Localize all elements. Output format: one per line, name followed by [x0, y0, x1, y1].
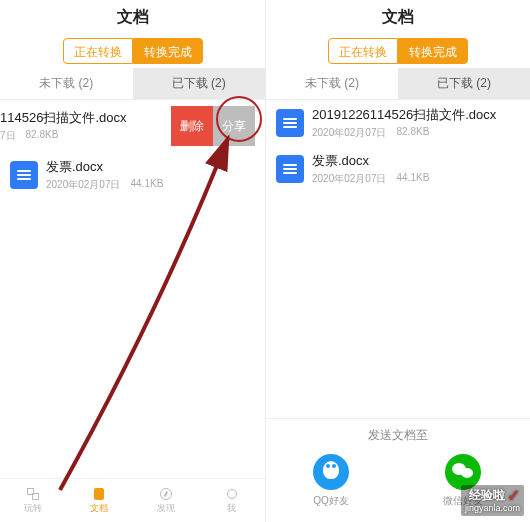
doc-icon	[276, 155, 304, 183]
screen-right: 文档 正在转换 转换完成 未下载 (2) 已下载 (2) 20191226114…	[265, 0, 530, 522]
doc-icon	[276, 109, 304, 137]
file-name: 114526扫描文件.docx	[0, 109, 171, 127]
share-button[interactable]: 分享	[213, 106, 255, 146]
file-list: 114526扫描文件.docx 7日 82.8KB 删除 分享 发票.docx	[0, 100, 265, 478]
list-item[interactable]: 发票.docx 2020年02月07日 44.1KB	[0, 152, 265, 198]
watermark-domain: jingyanla.com	[465, 504, 520, 514]
list-item[interactable]: 114526扫描文件.docx 7日 82.8KB 删除 分享	[0, 100, 265, 152]
share-qq[interactable]: QQ好友	[313, 454, 349, 508]
file-name: 20191226114526扫描文件.docx	[312, 106, 520, 124]
swipe-actions: 删除 分享	[171, 106, 255, 146]
file-size: 44.1KB	[131, 178, 164, 192]
file-size: 82.8KB	[26, 129, 59, 143]
page-title: 文档	[0, 0, 265, 34]
qq-icon	[313, 454, 349, 490]
download-tabs: 未下载 (2) 已下载 (2)	[0, 68, 265, 100]
file-date: 7日	[0, 129, 16, 143]
watermark: 经验啦 ✓ jingyanla.com	[461, 485, 524, 516]
file-size: 44.1KB	[397, 172, 430, 186]
file-date: 2020年02月07日	[312, 172, 387, 186]
nav-label: 文档	[90, 502, 108, 515]
squares-icon	[26, 487, 40, 501]
tab-downloaded[interactable]: 已下载 (2)	[398, 68, 530, 99]
file-list: 20191226114526扫描文件.docx 2020年02月07日 82.8…	[266, 100, 530, 418]
seg-converting[interactable]: 正在转换	[328, 38, 398, 64]
tab-not-downloaded[interactable]: 未下载 (2)	[266, 68, 398, 99]
screen-left: 文档 正在转换 转换完成 未下载 (2) 已下载 (2) 114526扫描文件.…	[0, 0, 265, 522]
segmented-control: 正在转换 转换完成	[266, 34, 530, 68]
segmented-control: 正在转换 转换完成	[0, 34, 265, 68]
page-title: 文档	[266, 0, 530, 34]
nav-label: 我	[227, 502, 236, 515]
nav-label: 玩转	[24, 502, 42, 515]
doc-icon	[10, 161, 38, 189]
nav-discover[interactable]: 发现	[133, 479, 199, 522]
file-name: 发票.docx	[312, 152, 520, 170]
tab-downloaded[interactable]: 已下载 (2)	[133, 68, 266, 99]
bottom-nav: 玩转 文档 发现 我	[0, 478, 265, 522]
file-date: 2020年02月07日	[312, 126, 387, 140]
seg-done[interactable]: 转换完成	[133, 38, 203, 64]
nav-me[interactable]: 我	[199, 479, 265, 522]
nav-doc[interactable]: 文档	[66, 479, 132, 522]
seg-converting[interactable]: 正在转换	[63, 38, 133, 64]
download-tabs: 未下载 (2) 已下载 (2)	[266, 68, 530, 100]
delete-button[interactable]: 删除	[171, 106, 213, 146]
share-label: QQ好友	[313, 494, 349, 508]
watermark-brand: 经验啦	[469, 489, 505, 502]
nav-play[interactable]: 玩转	[0, 479, 66, 522]
list-item[interactable]: 发票.docx 2020年02月07日 44.1KB	[266, 146, 530, 192]
doc-icon	[92, 487, 106, 501]
compass-icon	[159, 487, 173, 501]
check-icon: ✓	[507, 487, 520, 505]
sheet-title: 发送文档至	[266, 427, 530, 444]
nav-label: 发现	[157, 502, 175, 515]
list-item[interactable]: 20191226114526扫描文件.docx 2020年02月07日 82.8…	[266, 100, 530, 146]
person-icon	[225, 487, 239, 501]
file-size: 82.8KB	[397, 126, 430, 140]
tab-not-downloaded[interactable]: 未下载 (2)	[0, 68, 133, 99]
file-name: 发票.docx	[46, 158, 255, 176]
seg-done[interactable]: 转换完成	[398, 38, 468, 64]
file-date: 2020年02月07日	[46, 178, 121, 192]
